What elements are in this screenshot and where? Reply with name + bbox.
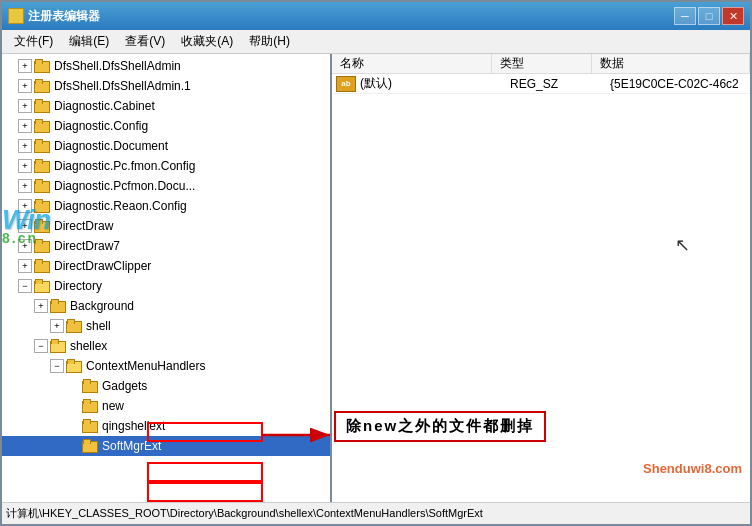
menu-edit[interactable]: 编辑(E) (61, 31, 117, 52)
tree-pane: + DfsShell.DfsShellAdmin + DfsShell.DfsS… (2, 54, 332, 502)
tree-item-dfsshell-admin1[interactable]: + DfsShell.DfsShellAdmin.1 (2, 76, 330, 96)
tree-label: shell (86, 319, 111, 333)
tree-expander[interactable]: + (18, 199, 32, 213)
menu-bar: 文件(F) 编辑(E) 查看(V) 收藏夹(A) 帮助(H) (2, 30, 750, 54)
tree-label: DfsShell.DfsShellAdmin.1 (54, 79, 191, 93)
folder-icon (34, 99, 50, 113)
tree-expander[interactable]: + (18, 219, 32, 233)
tree-label: qingshellext (102, 419, 165, 433)
minimize-button[interactable]: ─ (674, 7, 696, 25)
title-bar: 注册表编辑器 ─ □ ✕ (2, 2, 750, 30)
tree-item-diagnostic-reamon[interactable]: + Diagnostic.Reaon.Config (2, 196, 330, 216)
tree-label: Diagnostic.Cabinet (54, 99, 155, 113)
tree-item-shell[interactable]: + shell (2, 316, 330, 336)
reg-name: (默认) (360, 75, 510, 92)
window-title: 注册表编辑器 (28, 8, 672, 25)
tree-item-diagnostic-cabinet[interactable]: + Diagnostic.Cabinet (2, 96, 330, 116)
tree-item-new[interactable]: new (2, 396, 330, 416)
tree-item-softmgrext[interactable]: SoftMgrExt (2, 436, 330, 456)
tree-expander[interactable]: + (18, 79, 32, 93)
tree-expander[interactable]: + (18, 59, 32, 73)
tree-expander[interactable]: + (18, 99, 32, 113)
folder-icon (82, 439, 98, 453)
tree-expander[interactable]: + (18, 139, 32, 153)
folder-icon-open (66, 359, 82, 373)
folder-icon (34, 139, 50, 153)
tree-label: Directory (54, 279, 102, 293)
tree-item-diagnostic-doc[interactable]: + Diagnostic.Document (2, 136, 330, 156)
tree-item-gadgets[interactable]: Gadgets (2, 376, 330, 396)
tree-label: Diagnostic.Reaon.Config (54, 199, 187, 213)
folder-icon (34, 259, 50, 273)
tree-label: Background (70, 299, 134, 313)
folder-icon (66, 319, 82, 333)
tree-label: Diagnostic.Document (54, 139, 168, 153)
tree-item-dfsshell-admin[interactable]: + DfsShell.DfsShellAdmin (2, 56, 330, 76)
status-path: 计算机\HKEY_CLASSES_ROOT\Directory\Backgrou… (6, 506, 746, 521)
tree-expander[interactable]: + (18, 259, 32, 273)
tree-item-shellex[interactable]: − shellex (2, 336, 330, 356)
tree-expander-shellex[interactable]: − (34, 339, 48, 353)
window: 注册表编辑器 ─ □ ✕ 文件(F) 编辑(E) 查看(V) 收藏夹(A) 帮助… (0, 0, 752, 526)
folder-icon-open (34, 279, 50, 293)
reg-data: {5E19C0CE-C02C-46c2 (610, 77, 750, 91)
tree-label: Diagnostic.Pcfmon.Docu... (54, 179, 195, 193)
col-header-data[interactable]: 数据 (592, 54, 750, 73)
folder-icon (82, 399, 98, 413)
tree-expander[interactable]: + (18, 179, 32, 193)
folder-icon (34, 79, 50, 93)
tree-item-diagnostic-pfmon[interactable]: + Diagnostic.Pc.fmon.Config (2, 156, 330, 176)
main-area: + DfsShell.DfsShellAdmin + DfsShell.DfsS… (2, 54, 750, 502)
tree-item-contextmenuhandlers[interactable]: − ContextMenuHandlers (2, 356, 330, 376)
folder-icon (82, 379, 98, 393)
tree-label: ContextMenuHandlers (86, 359, 205, 373)
close-button[interactable]: ✕ (722, 7, 744, 25)
tree-expander[interactable]: + (18, 119, 32, 133)
tree-item-background[interactable]: + Background (2, 296, 330, 316)
tree-label: SoftMgrExt (102, 439, 161, 453)
tree-expander[interactable]: + (18, 239, 32, 253)
tree-label: Diagnostic.Config (54, 119, 148, 133)
menu-help[interactable]: 帮助(H) (241, 31, 298, 52)
tree-item-directdraw7[interactable]: + DirectDraw7 (2, 236, 330, 256)
tree-expander-background[interactable]: + (34, 299, 48, 313)
tree-item-directory[interactable]: − Directory (2, 276, 330, 296)
maximize-button[interactable]: □ (698, 7, 720, 25)
col-header-type[interactable]: 类型 (492, 54, 592, 73)
tree-label: Diagnostic.Pc.fmon.Config (54, 159, 195, 173)
tree-expander-shell[interactable]: + (50, 319, 64, 333)
folder-icon (34, 59, 50, 73)
reg-type: REG_SZ (510, 77, 610, 91)
folder-icon (34, 239, 50, 253)
tree-label: DirectDraw7 (54, 239, 120, 253)
tree-expander-directory[interactable]: − (18, 279, 32, 293)
tree-item-directdrawclipper[interactable]: + DirectDrawClipper (2, 256, 330, 276)
tree-item-qingshellext[interactable]: qingshellext (2, 416, 330, 436)
tree-expander[interactable]: + (18, 159, 32, 173)
folder-icon (34, 159, 50, 173)
menu-favorites[interactable]: 收藏夹(A) (173, 31, 241, 52)
tree-item-diagnostic-pfmon-doc[interactable]: + Diagnostic.Pcfmon.Docu... (2, 176, 330, 196)
annotation-box: 除new之外的文件都删掉 (334, 411, 546, 442)
folder-icon (34, 199, 50, 213)
tree-scroll[interactable]: + DfsShell.DfsShellAdmin + DfsShell.DfsS… (2, 54, 330, 502)
folder-icon-open (50, 339, 66, 353)
app-icon (8, 8, 24, 24)
tree-label: shellex (70, 339, 107, 353)
tree-label: DfsShell.DfsShellAdmin (54, 59, 181, 73)
tree-expander-contextmenuhandlers[interactable]: − (50, 359, 64, 373)
tree-label: Gadgets (102, 379, 147, 393)
menu-view[interactable]: 查看(V) (117, 31, 173, 52)
menu-file[interactable]: 文件(F) (6, 31, 61, 52)
col-header-name[interactable]: 名称 (332, 54, 492, 73)
tree-item-diagnostic-config[interactable]: + Diagnostic.Config (2, 116, 330, 136)
folder-icon (34, 179, 50, 193)
registry-row[interactable]: ab (默认) REG_SZ {5E19C0CE-C02C-46c2 (332, 74, 750, 94)
folder-icon (34, 119, 50, 133)
tree-item-directdraw[interactable]: + DirectDraw (2, 216, 330, 236)
column-headers: 名称 类型 数据 (332, 54, 750, 74)
tree-label: DirectDrawClipper (54, 259, 151, 273)
folder-icon (34, 219, 50, 233)
tree-label: DirectDraw (54, 219, 113, 233)
tree-label: new (102, 399, 124, 413)
